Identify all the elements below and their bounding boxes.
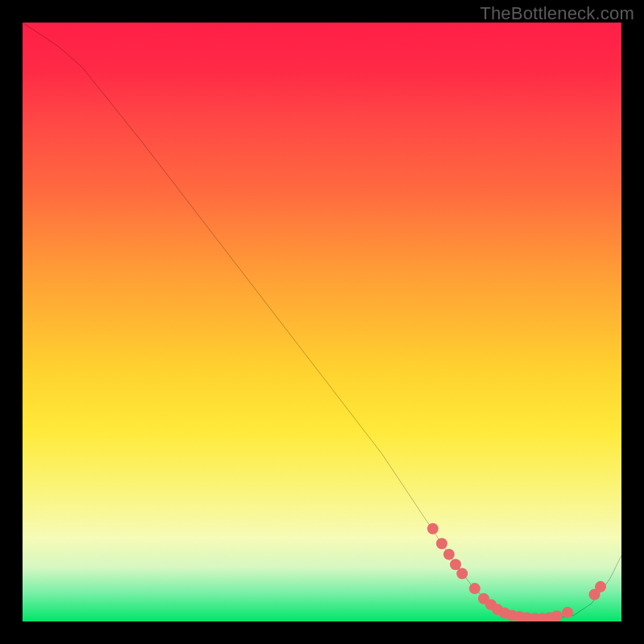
curve-path [23,23,621,618]
watermark-text: TheBottleneck.com [480,3,634,24]
data-marker [444,549,455,560]
chart-frame: TheBottleneck.com [0,0,644,644]
data-marker [436,538,448,549]
data-marker [469,583,481,594]
data-marker [450,559,461,570]
data-marker [595,581,606,592]
plot-area [23,23,621,621]
data-marker [551,610,563,621]
data-marker [562,607,573,618]
data-marker [456,568,468,579]
markers-group [427,523,606,621]
chart-svg [23,23,621,621]
data-marker [427,523,439,535]
